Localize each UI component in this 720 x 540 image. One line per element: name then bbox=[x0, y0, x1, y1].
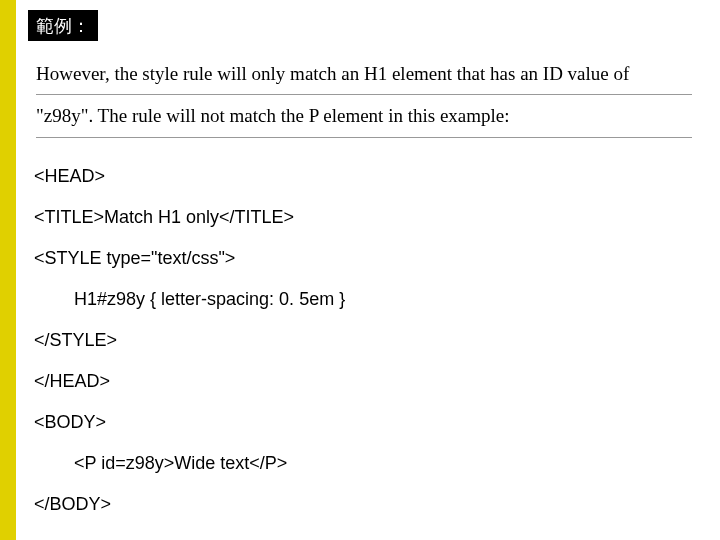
description-line-1: However, the style rule will only match … bbox=[36, 59, 692, 95]
code-line: <P id=z98y>Wide text</P> bbox=[34, 443, 700, 484]
left-accent-bar bbox=[0, 0, 16, 540]
code-line: H1#z98y { letter-spacing: 0. 5em } bbox=[34, 279, 700, 320]
code-line: <BODY> bbox=[34, 402, 700, 443]
code-line: </STYLE> bbox=[34, 320, 700, 361]
code-line: </HEAD> bbox=[34, 361, 700, 402]
code-line: <TITLE>Match H1 only</TITLE> bbox=[34, 197, 700, 238]
code-line: </BODY> bbox=[34, 484, 700, 525]
code-example: <HEAD> <TITLE>Match H1 only</TITLE> <STY… bbox=[34, 156, 700, 525]
page-content: 範例： However, the style rule will only ma… bbox=[28, 10, 700, 525]
code-line: <HEAD> bbox=[34, 156, 700, 197]
code-line: <STYLE type="text/css"> bbox=[34, 238, 700, 279]
description-line-2: "z98y". The rule will not match the P el… bbox=[36, 101, 692, 137]
example-badge: 範例： bbox=[28, 10, 98, 41]
